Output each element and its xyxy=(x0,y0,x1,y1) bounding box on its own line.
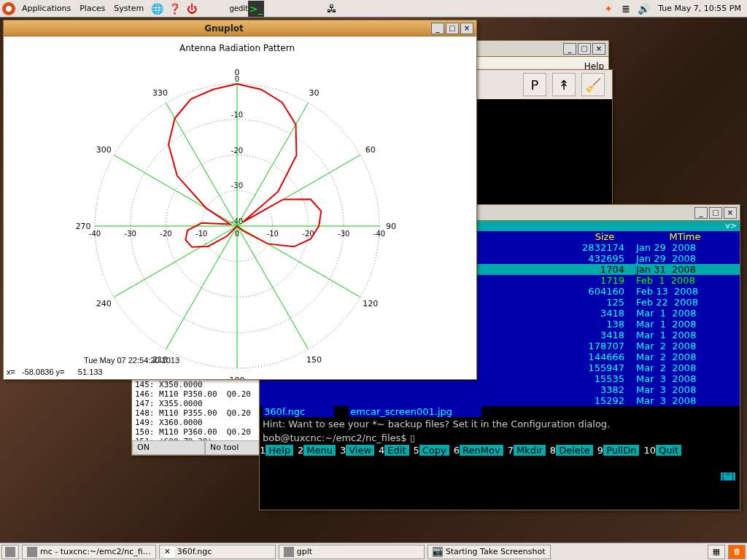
svg-text:30: 30 xyxy=(309,88,320,98)
svg-line-34 xyxy=(114,155,237,227)
fkey-menu[interactable]: 2Menu xyxy=(298,445,340,456)
close-button[interactable]: × xyxy=(460,23,473,34)
gnuplot-timestamp: Tue May 07 22:54:20 2013 xyxy=(84,356,179,365)
gedit-launcher-icon[interactable]: gedit xyxy=(231,1,247,17)
minimize-button[interactable]: _ xyxy=(694,207,708,219)
help-icon[interactable]: ❓ xyxy=(166,1,182,17)
status-on: ON xyxy=(132,440,205,455)
table-row[interactable]: 15292Mar 3 2008 xyxy=(260,395,740,406)
mc-function-keys: 1Help2Menu3View4Edit5Copy6RenMov7Mkdir8D… xyxy=(260,445,740,456)
svg-text:-20: -20 xyxy=(160,230,171,238)
fkey-view[interactable]: 3View xyxy=(340,445,379,456)
applications-menu[interactable]: Applications xyxy=(18,4,75,13)
gnuplot-canvas[interactable]: Antenna Radiation Pattern-40-30-20-10003… xyxy=(4,36,476,379)
task-screenshot[interactable]: 📷Starting Take Screenshot xyxy=(427,545,551,559)
system-menu[interactable]: System xyxy=(109,4,148,13)
top-panel: Applications Places System 🌐 ❓ ⏻ gedit >… xyxy=(0,0,747,18)
svg-text:-10: -10 xyxy=(267,230,279,238)
svg-text:240: 240 xyxy=(96,299,112,308)
svg-text:0: 0 xyxy=(235,230,239,238)
maximize-button[interactable]: □ xyxy=(578,43,591,55)
svg-text:300: 300 xyxy=(96,145,112,155)
svg-line-16 xyxy=(237,103,309,226)
updates-icon[interactable]: ✦ xyxy=(600,1,616,17)
bottom-panel: mc - tuxcnc:~/emc2/nc_fi… ✕360f.ngc gplt… xyxy=(0,542,747,560)
fkey-delete[interactable]: 8Delete xyxy=(550,445,597,456)
table-row[interactable]: 3382Mar 3 2008 xyxy=(260,384,740,395)
svg-text:Antenna Radiation Pattern: Antenna Radiation Pattern xyxy=(179,43,295,53)
trash-button[interactable]: 🗑 xyxy=(728,545,746,559)
svg-text:0: 0 xyxy=(235,68,240,77)
minimize-button[interactable]: _ xyxy=(431,23,444,34)
svg-line-28 xyxy=(166,226,238,349)
svg-text:150: 150 xyxy=(306,355,322,365)
globe-icon[interactable]: 🌐 xyxy=(149,1,165,17)
task-360f[interactable]: ✕360f.ngc xyxy=(159,545,276,559)
svg-text:-10: -10 xyxy=(196,230,207,238)
svg-text:-40: -40 xyxy=(374,230,385,238)
fkey-mkdir[interactable]: 7Mkdir xyxy=(508,445,550,456)
svg-line-36 xyxy=(166,103,238,226)
svg-text:180: 180 xyxy=(230,376,245,379)
mc-scroll-indicator: [^] xyxy=(721,472,735,481)
task-gplt[interactable]: gplt xyxy=(279,545,425,559)
task-mc[interactable]: mc - tuxcnc:~/emc2/nc_fi… xyxy=(22,545,156,559)
window-title: Gnuplot xyxy=(18,23,430,34)
svg-text:-30: -30 xyxy=(125,230,136,238)
minimize-button[interactable]: _ xyxy=(563,43,576,55)
places-menu[interactable]: Places xyxy=(75,4,109,13)
gnuplot-window: Gnuplot _ □ × Antenna Radiation Pattern-… xyxy=(3,20,477,380)
tool-p-button[interactable]: P xyxy=(523,73,546,96)
svg-text:-40: -40 xyxy=(89,230,101,238)
network-status-icon[interactable]: ≣ xyxy=(618,1,634,17)
svg-text:60: 60 xyxy=(365,145,376,155)
close-button[interactable]: × xyxy=(724,207,737,219)
mc-hint: Hint: Want to see your *~ backup files? … xyxy=(260,417,740,431)
gnuplot-coords: x= -58.0836 y= 51.133 xyxy=(7,368,102,376)
clock[interactable]: Tue May 7, 10:55 PM xyxy=(652,4,747,13)
fkey-edit[interactable]: 4Edit xyxy=(379,445,413,456)
terminal-launcher-icon[interactable]: >_ xyxy=(248,1,264,17)
mc-selected-file-right: emcar_screen001.jpg xyxy=(349,406,481,417)
fkey-renmov[interactable]: 6RenMov xyxy=(454,445,508,456)
svg-text:120: 120 xyxy=(363,299,378,308)
camera-icon: 📷 xyxy=(433,547,443,557)
show-desktop-button[interactable] xyxy=(1,545,19,559)
tool-top-button[interactable]: ↟ xyxy=(552,73,576,96)
axis-toolbar: P ↟ 🧹 xyxy=(516,70,612,99)
mc-filename-bar: 360f.ngc emcar_screen001.jpg xyxy=(260,406,740,417)
close-button[interactable]: × xyxy=(592,43,605,55)
mc-selected-file-left: 360f.ngc xyxy=(263,406,334,417)
maximize-button[interactable]: □ xyxy=(446,23,459,34)
fkey-quit[interactable]: 10Quit xyxy=(643,445,686,456)
svg-text:330: 330 xyxy=(152,88,168,98)
volume-icon[interactable]: 🔊 xyxy=(635,1,651,17)
svg-text:90: 90 xyxy=(386,222,396,231)
power-icon[interactable]: ⏻ xyxy=(184,1,200,17)
svg-text:-30: -30 xyxy=(338,230,349,238)
network-icon[interactable]: 🖧 xyxy=(324,1,340,17)
ubuntu-logo-icon[interactable] xyxy=(1,1,17,17)
fkey-copy[interactable]: 5Copy xyxy=(414,445,454,456)
fkey-pulldn[interactable]: 9PullDn xyxy=(597,445,644,456)
mc-prompt[interactable]: bob@tuxcnc:~/emc2/nc_files$ ▯ xyxy=(260,431,740,445)
tool-clear-button[interactable]: 🧹 xyxy=(581,73,605,96)
x-icon: ✕ xyxy=(164,547,174,557)
fkey-help[interactable]: 1Help xyxy=(260,445,298,456)
maximize-button[interactable]: □ xyxy=(709,207,722,219)
workspace-switcher[interactable]: ▦ xyxy=(708,545,725,559)
